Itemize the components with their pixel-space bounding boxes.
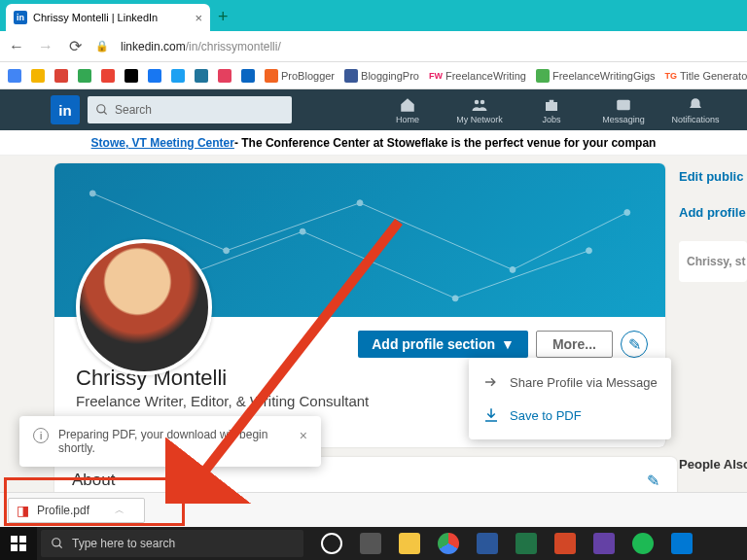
svg-point-19 — [300, 228, 305, 234]
browser-tab[interactable]: in Chrissy Montelli | LinkedIn × — [6, 4, 210, 31]
bookmark-item[interactable]: FW FreelanceWriting — [429, 70, 526, 82]
task-spotify[interactable] — [624, 527, 661, 560]
bookmark-item[interactable] — [78, 69, 91, 83]
share-profile-item[interactable]: Share Profile via Message — [469, 366, 671, 399]
toast-message: Preparing PDF, your download will begin … — [58, 428, 290, 455]
nav-network[interactable]: My Network — [447, 96, 512, 124]
save-to-pdf-item[interactable]: Save to PDF — [469, 399, 671, 432]
svg-point-14 — [224, 248, 230, 254]
svg-point-17 — [624, 210, 630, 216]
more-dropdown-menu: Share Profile via Message Save to PDF — [469, 358, 671, 439]
url-field[interactable]: linkedin.com/in/chrissymontelli/ — [121, 40, 281, 53]
bookmark-item[interactable] — [31, 69, 45, 83]
task-cortana[interactable] — [313, 527, 350, 560]
svg-rect-23 — [11, 536, 18, 542]
svg-line-8 — [360, 203, 513, 270]
svg-rect-24 — [19, 536, 26, 542]
start-button[interactable] — [0, 527, 37, 560]
bookmark-item[interactable] — [124, 69, 138, 83]
svg-point-13 — [89, 191, 95, 196]
bookmark-item[interactable] — [148, 69, 161, 83]
task-explorer[interactable] — [391, 527, 428, 560]
lock-icon: 🔒 — [95, 40, 109, 52]
search-icon — [51, 537, 64, 550]
pdf-preparing-toast: i Preparing PDF, your download will begi… — [19, 416, 321, 467]
task-taskview[interactable] — [352, 527, 389, 560]
close-tab-icon[interactable]: × — [195, 11, 202, 25]
linkedin-navbar: in Search Home My Network Jobs Messaging… — [0, 89, 747, 130]
browser-tab-strip: in Chrissy Montelli | LinkedIn × + — [0, 0, 747, 31]
svg-point-20 — [452, 296, 458, 301]
linkedin-search[interactable]: Search — [88, 96, 292, 123]
tab-title: Chrissy Montelli | LinkedIn — [33, 12, 158, 23]
more-button[interactable]: More... — [536, 331, 613, 358]
windows-icon — [11, 536, 26, 551]
side-placeholder-card: Chrissy, st — [679, 241, 747, 282]
svg-point-21 — [587, 248, 592, 254]
task-word[interactable] — [469, 527, 506, 560]
side-column: Edit public Add profile Chrissy, st — [679, 163, 747, 447]
bookmark-item[interactable] — [54, 69, 68, 83]
svg-rect-26 — [19, 544, 26, 551]
search-icon — [95, 103, 109, 117]
profile-avatar[interactable] — [76, 239, 212, 375]
taskbar-search[interactable]: Type here to search — [41, 530, 303, 557]
svg-rect-25 — [11, 544, 18, 551]
svg-line-28 — [59, 545, 62, 548]
download-icon — [482, 406, 500, 424]
download-chip[interactable]: ◨ Profile.pdf ︿ — [8, 498, 145, 523]
forward-button[interactable]: → — [37, 38, 54, 55]
profile-headline: Freelance Writer, Editor, & Writing Cons… — [76, 393, 492, 409]
task-powerpoint[interactable] — [547, 527, 584, 560]
bookmark-item[interactable] — [8, 69, 21, 83]
svg-point-3 — [480, 99, 485, 104]
svg-point-2 — [475, 99, 480, 104]
people-also-heading: People Also — [679, 457, 747, 472]
linkedin-logo[interactable]: in — [51, 95, 80, 124]
bookmark-item[interactable]: TG Title Generator — [665, 70, 748, 82]
svg-line-12 — [455, 251, 588, 298]
svg-rect-5 — [617, 99, 630, 110]
bookmark-item[interactable]: FreelanceWritingGigs — [536, 69, 656, 83]
nav-messaging[interactable]: Messaging — [591, 96, 656, 124]
task-app[interactable] — [586, 527, 622, 560]
task-chrome[interactable] — [430, 527, 467, 560]
svg-point-15 — [357, 200, 363, 206]
about-heading: About — [72, 471, 115, 490]
bookmarks-bar: ProBlogger BloggingPro FW FreelanceWriti… — [0, 62, 747, 89]
task-excel[interactable] — [508, 527, 545, 560]
edit-public-link[interactable]: Edit public — [679, 169, 747, 184]
nav-jobs[interactable]: Jobs — [519, 96, 584, 124]
svg-point-27 — [53, 539, 60, 546]
task-app2[interactable] — [663, 527, 700, 560]
svg-point-0 — [97, 105, 105, 113]
bookmark-item[interactable] — [195, 69, 208, 83]
nav-home[interactable]: Home — [375, 96, 440, 124]
bookmark-item[interactable]: BloggingPro — [344, 69, 419, 83]
chevron-up-icon[interactable]: ︿ — [115, 504, 124, 517]
svg-line-7 — [227, 203, 360, 251]
pdf-file-icon: ◨ — [17, 503, 29, 518]
new-tab-button[interactable]: + — [218, 7, 229, 27]
add-profile-section-button[interactable]: Add profile section ▼ — [358, 331, 528, 358]
bookmark-item[interactable] — [218, 69, 231, 83]
svg-rect-4 — [546, 102, 557, 111]
back-button[interactable]: ← — [8, 38, 25, 55]
download-bar: ◨ Profile.pdf ︿ — [0, 492, 747, 527]
download-filename: Profile.pdf — [37, 504, 89, 517]
close-toast-icon[interactable]: × — [300, 428, 307, 455]
bookmark-item[interactable] — [171, 69, 185, 83]
reload-button[interactable]: ⟳ — [66, 37, 84, 55]
add-profile-link[interactable]: Add profile — [679, 205, 747, 220]
nav-notifications[interactable]: Notifications — [663, 96, 728, 124]
promo-link[interactable]: Stowe, VT Meeting Center — [91, 136, 234, 150]
bookmark-item[interactable]: ProBlogger — [265, 69, 335, 83]
info-icon: i — [33, 428, 49, 443]
bookmark-item[interactable] — [101, 69, 115, 83]
chevron-down-icon: ▼ — [501, 336, 515, 352]
address-bar-row: ← → ⟳ 🔒 linkedin.com/in/chrissymontelli/ — [0, 31, 747, 62]
bookmark-item[interactable] — [241, 69, 255, 83]
edit-profile-icon[interactable]: ✎ — [621, 331, 648, 358]
edit-about-icon[interactable]: ✎ — [647, 472, 659, 490]
promo-text: - The Conference Center at Stoweflake is… — [234, 136, 656, 150]
